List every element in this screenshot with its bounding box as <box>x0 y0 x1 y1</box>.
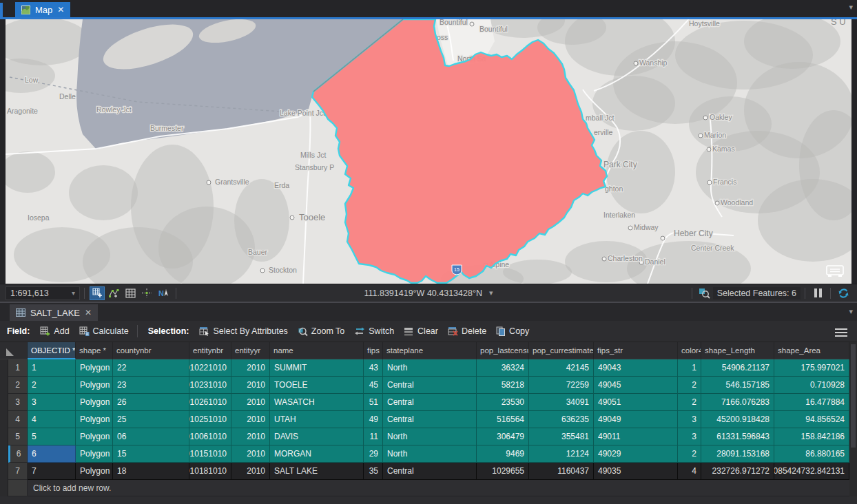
cell-color4[interactable]: 2 <box>678 377 701 394</box>
cell-countynbr[interactable]: 06 <box>113 428 189 445</box>
cell-objectid-[interactable]: 7 <box>28 463 76 480</box>
cell-entityyr[interactable]: 2010 <box>231 359 270 377</box>
snapping-icon[interactable] <box>139 286 154 300</box>
copy-rows-button[interactable]: Copy <box>496 326 529 336</box>
column-header-shape-[interactable]: shape * <box>76 342 113 359</box>
cell-pop-lastcensus[interactable]: 23530 <box>477 394 529 411</box>
cell-shape-[interactable]: Polygon <box>76 463 113 480</box>
cell-color4[interactable]: 4 <box>678 463 701 480</box>
cell-shape-[interactable]: Polygon <box>76 377 113 394</box>
cell-entityyr[interactable]: 2010 <box>231 394 270 411</box>
zoom-to-button[interactable]: Zoom To <box>298 326 344 337</box>
column-header-shape-area[interactable]: shape_Area <box>774 342 849 359</box>
cell-shape-[interactable]: Polygon <box>76 359 113 377</box>
switch-selection-button[interactable]: Switch <box>354 326 394 336</box>
cell-fips-str[interactable]: 49035 <box>594 463 678 480</box>
column-header-entityyr[interactable]: entityyr <box>231 342 270 359</box>
cell-name[interactable]: DAVIS <box>270 428 364 445</box>
cell-objectid-[interactable]: 2 <box>28 377 76 394</box>
cell-fips[interactable]: 51 <box>364 394 383 411</box>
cell-shape-[interactable]: Polygon <box>76 394 113 411</box>
cell-fips[interactable]: 43 <box>364 359 383 377</box>
cell-pop-lastcensus[interactable]: 516564 <box>477 411 529 428</box>
column-header-shape-length[interactable]: shape_Length <box>701 342 774 359</box>
row-header-2[interactable]: 2 <box>8 377 28 394</box>
cell-shape-[interactable]: Polygon <box>76 428 113 445</box>
coordinate-readout[interactable]: 111.8391419°W 40.4313428°N <box>364 288 482 298</box>
cell-countynbr[interactable]: 22 <box>113 359 189 377</box>
row-header-7[interactable]: 7 <box>8 463 28 480</box>
cell-pop-currestimate[interactable]: 42145 <box>529 359 594 377</box>
cell-pop-currestimate[interactable]: 12124 <box>529 445 594 463</box>
column-header-name[interactable]: name <box>270 342 364 359</box>
cell-shape-length[interactable]: 45200.918428 <box>701 411 774 428</box>
row-header-1[interactable]: 1 <box>8 359 28 377</box>
cell-shape-[interactable]: Polygon <box>76 445 113 463</box>
select-all-corner[interactable] <box>0 342 28 359</box>
cell-fips-str[interactable]: 49049 <box>594 411 678 428</box>
cell-entitynbr[interactable]: 2010181010 <box>189 463 231 480</box>
cell-stateplane[interactable]: Central <box>383 411 477 428</box>
cell-entitynbr[interactable]: 2010231010 <box>189 377 231 394</box>
tab-map[interactable]: Map ✕ <box>15 2 70 17</box>
cell-countynbr[interactable]: 26 <box>113 394 189 411</box>
cell-pop-currestimate[interactable]: 1160437 <box>529 463 594 480</box>
cell-countynbr[interactable]: 25 <box>113 411 189 428</box>
cell-name[interactable]: TOOELE <box>270 377 364 394</box>
cell-fips[interactable]: 45 <box>364 377 383 394</box>
cell-objectid-[interactable]: 1 <box>28 359 76 377</box>
cell-stateplane[interactable]: North <box>383 359 477 377</box>
cell-objectid-[interactable]: 5 <box>28 428 76 445</box>
cell-fips-str[interactable]: 49051 <box>594 394 678 411</box>
cell-pop-lastcensus[interactable]: 58218 <box>477 377 529 394</box>
cell-color4[interactable]: 1 <box>678 359 701 377</box>
cell-fips-str[interactable]: 49045 <box>594 377 678 394</box>
cell-shape-area[interactable]: 158.842186 <box>774 428 849 445</box>
column-header-fips[interactable]: fips <box>364 342 383 359</box>
map-overview-icon[interactable] <box>825 264 845 278</box>
cell-shape-[interactable]: Polygon <box>76 411 113 428</box>
cell-pop-lastcensus[interactable]: 9469 <box>477 445 529 463</box>
cell-objectid-[interactable]: 4 <box>28 411 76 428</box>
cell-shape-length[interactable]: 7166.076283 <box>701 394 774 411</box>
column-header-color4[interactable]: color4 <box>678 342 701 359</box>
cell-fips[interactable]: 11 <box>364 428 383 445</box>
row-header-3[interactable]: 3 <box>8 394 28 411</box>
scrollbar-thumb[interactable] <box>851 344 856 448</box>
cell-fips[interactable]: 49 <box>364 411 383 428</box>
cell-entitynbr[interactable]: 2010151010 <box>189 445 231 463</box>
cell-stateplane[interactable]: North <box>383 445 477 463</box>
cell-pop-currestimate[interactable]: 72259 <box>529 377 594 394</box>
explore-selection-icon[interactable] <box>697 286 712 300</box>
cell-countynbr[interactable]: 15 <box>113 445 189 463</box>
column-header-objectid-[interactable]: OBJECTID * <box>28 342 76 359</box>
clear-selection-button[interactable]: Clear <box>404 326 438 336</box>
cell-shape-length[interactable]: 546.157185 <box>701 377 774 394</box>
row-header-6[interactable]: 6 <box>8 445 28 463</box>
delete-selected-button[interactable]: Delete <box>448 326 486 336</box>
cell-shape-area[interactable]: 86.880165 <box>774 445 849 463</box>
cell-name[interactable]: MORGAN <box>270 445 364 463</box>
cell-pop-lastcensus[interactable]: 306479 <box>477 428 529 445</box>
cell-color4[interactable]: 3 <box>678 428 701 445</box>
map-scale-combo[interactable]: 1:691,613 ▾ <box>6 286 80 300</box>
row-header-4[interactable]: 4 <box>8 411 28 428</box>
cell-pop-currestimate[interactable]: 355481 <box>529 428 594 445</box>
add-new-row[interactable]: Click to add new row. <box>0 480 849 496</box>
cell-entityyr[interactable]: 2010 <box>231 428 270 445</box>
cell-stateplane[interactable]: Central <box>383 394 477 411</box>
cell-pop-currestimate[interactable]: 636235 <box>529 411 594 428</box>
tab-salt-lake-table[interactable]: SALT_LAKE ✕ <box>10 304 98 321</box>
coordinate-caret-icon[interactable]: ▾ <box>489 288 493 297</box>
cell-countynbr[interactable]: 23 <box>113 377 189 394</box>
column-header-pop-lastcensus[interactable]: pop_lastcensus <box>477 342 529 359</box>
cell-shape-area[interactable]: 94.856524 <box>774 411 849 428</box>
north-arrow-icon[interactable]: N <box>156 286 171 300</box>
cell-pop-lastcensus[interactable]: 36324 <box>477 359 529 377</box>
cell-countynbr[interactable]: 18 <box>113 463 189 480</box>
row-header-5[interactable]: 5 <box>8 428 28 445</box>
tab-overflow-caret-icon[interactable]: ▾ <box>849 307 853 316</box>
cell-name[interactable]: WASATCH <box>270 394 364 411</box>
cell-fips-str[interactable]: 49029 <box>594 445 678 463</box>
add-field-button[interactable]: Add <box>40 326 69 336</box>
